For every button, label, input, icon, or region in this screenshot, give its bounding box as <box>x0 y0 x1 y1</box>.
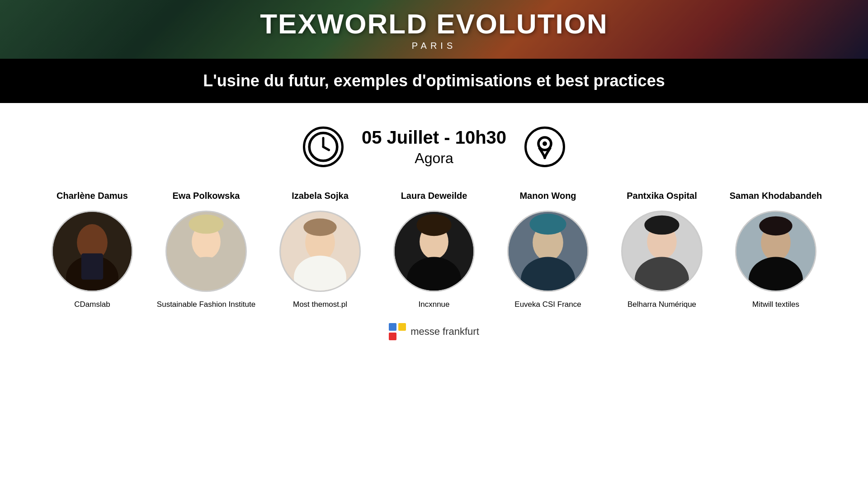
messe-label: messe frankfurt <box>410 326 479 338</box>
speaker-org: CDamslab <box>74 299 110 310</box>
speaker-avatar <box>507 211 589 292</box>
title-rest: WORLD EVOLUTION <box>317 8 608 39</box>
svg-point-24 <box>529 213 566 234</box>
speakers-section: Charlène Damus CDamslabEwa Polkowska Sus… <box>0 186 868 310</box>
svg-point-16 <box>303 218 336 236</box>
speaker-org: Incxnnue <box>419 299 450 310</box>
logo-sq-yellow <box>398 323 406 331</box>
header-title: TEXWORLD EVOLUTION <box>260 8 608 40</box>
speaker-org: Most themost.pl <box>293 299 347 310</box>
speaker-avatar <box>165 211 247 292</box>
svg-point-20 <box>416 214 451 235</box>
event-info: 05 Juillet - 10h30 Agora <box>0 103 868 186</box>
speaker-card: Manon Wong Euveka CSI France <box>491 191 605 310</box>
speaker-card: Ewa Polkowska Sustainable Fashion Instit… <box>149 191 263 310</box>
event-date: 05 Juillet - 10h30 <box>362 126 506 149</box>
svg-point-28 <box>644 215 679 235</box>
speaker-avatar <box>735 211 816 292</box>
header-banner: TEXWORLD EVOLUTION PARIS <box>0 0 868 59</box>
speaker-avatar <box>52 211 133 292</box>
speaker-org: Mitwill textiles <box>752 299 799 310</box>
speaker-avatar <box>393 211 475 292</box>
messe-frankfurt-logo: messe frankfurt <box>389 323 479 340</box>
session-title: L'usine du futur, exemples d'optimisatio… <box>18 71 850 90</box>
svg-rect-8 <box>81 253 103 279</box>
speaker-card: Charlène Damus CDamslab <box>35 191 149 310</box>
title-tex: TEX <box>260 8 317 39</box>
speaker-card: Izabela Sojka Most themost.pl <box>263 191 377 310</box>
speaker-name: Ewa Polkowska <box>173 191 240 203</box>
logo-squares <box>389 323 406 340</box>
speaker-org: Euveka CSI France <box>514 299 581 310</box>
speaker-name: Saman Khodabandeh <box>730 191 822 203</box>
title-bar: L'usine du futur, exemples d'optimisatio… <box>0 59 868 103</box>
location-icon <box>524 127 565 167</box>
logo-sq-red <box>389 333 396 340</box>
logo-sq-blue <box>389 323 396 331</box>
speaker-org: Sustainable Fashion Institute <box>157 299 255 310</box>
clock-icon <box>303 127 344 167</box>
footer: messe frankfurt <box>0 310 868 340</box>
speaker-name: Pantxika Ospital <box>627 191 697 203</box>
speaker-card: Saman Khodabandeh Mitwill textiles <box>719 191 833 310</box>
speaker-name: Charlène Damus <box>57 191 128 203</box>
speaker-avatar <box>279 211 361 292</box>
speaker-avatar <box>621 211 703 292</box>
event-datetime: 05 Juillet - 10h30 Agora <box>362 126 506 168</box>
svg-point-4 <box>542 141 547 146</box>
svg-point-12 <box>189 214 223 234</box>
speaker-card: Pantxika Ospital Belharra Numérique <box>605 191 719 310</box>
header-location: PARIS <box>412 41 457 51</box>
speaker-name: Izabela Sojka <box>292 191 349 203</box>
svg-point-32 <box>759 216 792 235</box>
speaker-name: Laura Deweilde <box>401 191 467 203</box>
speaker-card: Laura Deweilde Incxnnue <box>377 191 491 310</box>
event-venue: Agora <box>362 149 506 168</box>
speaker-org: Belharra Numérique <box>627 299 696 310</box>
svg-line-2 <box>323 147 329 150</box>
logo-sq-empty <box>398 333 406 340</box>
speaker-name: Manon Wong <box>519 191 576 203</box>
